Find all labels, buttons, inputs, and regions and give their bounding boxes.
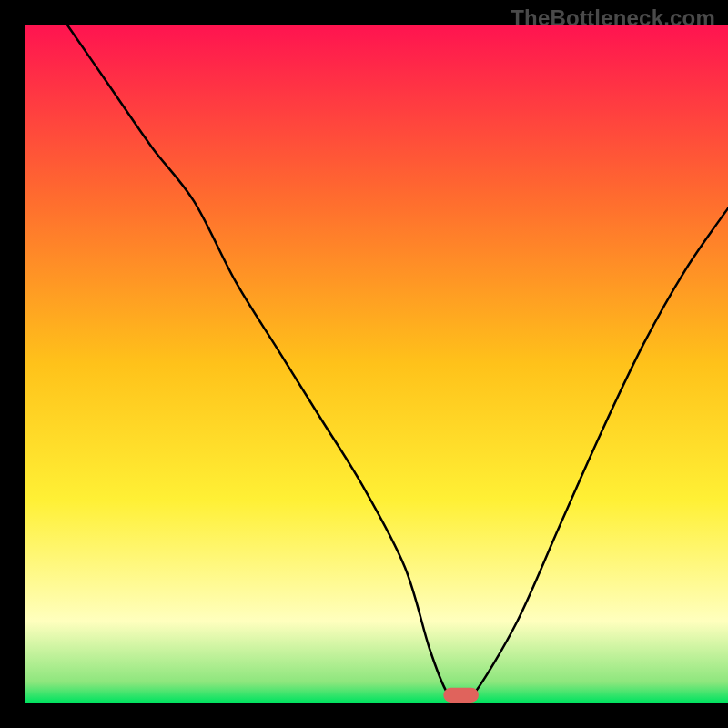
bottleneck-chart — [0, 0, 728, 728]
plot-background — [25, 25, 728, 703]
optimal-marker — [443, 688, 479, 703]
chart-frame: TheBottleneck.com — [0, 0, 728, 728]
watermark-text: TheBottleneck.com — [511, 5, 715, 31]
